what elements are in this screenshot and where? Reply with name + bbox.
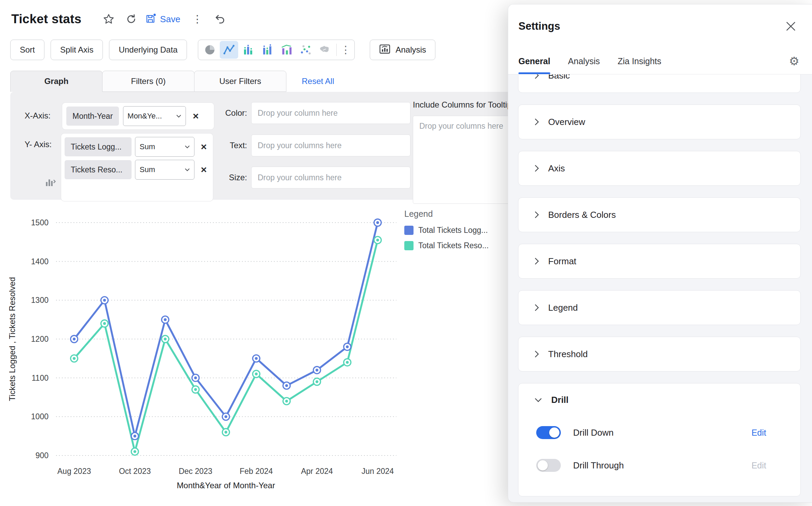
legend-item[interactable]: Total Tickets Logg... [404,226,503,235]
view-tabbar: Graph Filters (0) User Filters Reset All [10,71,334,92]
svg-text:1500: 1500 [31,218,49,227]
split-axis-button[interactable]: Split Axis [51,40,103,60]
remove-x-field-button[interactable]: × [190,111,202,121]
x-axis-label: X-Axis: [25,111,51,121]
analysis-label: Analysis [395,45,426,55]
text-drop-input[interactable]: Drop your columns here [251,135,410,156]
section-axis: Axis [518,151,801,186]
column-chart-icon[interactable] [258,41,276,59]
svg-text:Month&Year of Month-Year: Month&Year of Month-Year [177,481,275,490]
section-format: Format [518,244,801,279]
drill-through-toggle[interactable] [536,459,561,472]
settings-tab-general[interactable]: General [518,48,550,74]
line-chart-svg[interactable]: 900100011001200130014001500Aug 2023Oct 2… [0,204,434,505]
y-agg-select[interactable]: Sum [135,160,194,180]
favorite-star-icon[interactable] [100,11,117,27]
drill-down-row: Drill Down Edit [518,416,800,449]
chevron-right-icon [534,257,539,265]
chart-legend: Legend Total Tickets Logg... Total Ticke… [404,209,503,256]
y-field-chip[interactable]: Tickets Reso... [65,160,132,179]
svg-text:Apr 2024: Apr 2024 [301,467,333,476]
save-icon [146,13,157,25]
svg-text:Tickets Logged , Tickets Resol: Tickets Logged , Tickets Resolved [8,277,17,401]
chevron-right-icon [534,304,539,311]
svg-text:1400: 1400 [31,257,49,266]
scatter-chart-icon[interactable] [296,41,315,59]
legend-swatch [404,226,414,235]
chevron-down-icon [185,168,190,171]
color-drop-input[interactable]: Drop your column here [251,102,410,124]
save-label: Save [160,14,180,25]
section-drill: Drill Drill Down Edit Drill Through Edit [518,383,801,496]
tab-user-filters[interactable]: User Filters [194,71,286,92]
settings-title: Settings [518,20,783,32]
settings-panel: Settings General Analysis Zia Insights ⚙… [508,4,812,503]
undo-icon[interactable] [212,11,228,27]
map-chart-icon[interactable] [315,41,334,59]
analysis-icon [379,43,391,57]
drill-through-edit-link[interactable]: Edit [752,461,766,470]
sort-button[interactable]: Sort [10,40,44,60]
drill-down-toggle[interactable] [536,426,561,439]
section-threshold: Threshold [518,337,801,371]
size-label: Size: [206,173,247,182]
title-bar: Ticket stats Save ⋮ [11,8,234,30]
pie-chart-icon[interactable] [201,41,219,59]
svg-text:1300: 1300 [31,296,49,305]
svg-text:Dec 2023: Dec 2023 [179,467,212,476]
chevron-down-icon [185,145,190,149]
y-agg-select[interactable]: Sum [135,137,194,157]
page-title: Ticket stats [11,12,81,26]
settings-header: Settings [508,4,812,48]
drill-through-label: Drill Through [573,460,752,471]
mini-bar-chart-icon[interactable] [44,176,57,189]
more-options-icon[interactable]: ⋮ [189,11,206,27]
text-label: Text: [206,141,247,150]
line-chart-icon[interactable] [220,41,238,59]
settings-content: Basic Overview Axis Borders & Colors [508,74,812,502]
bar-chart-icon[interactable] [239,41,257,59]
svg-text:Aug 2023: Aug 2023 [57,467,91,476]
x-field-chip[interactable]: Month-Year [66,107,119,126]
settings-tab-zia-insights[interactable]: Zia Insights [618,48,661,74]
chevron-down-icon [534,398,542,402]
settings-tab-analysis[interactable]: Analysis [568,48,600,74]
chevron-right-icon [534,211,539,219]
y-axis-label: Y- Axis: [25,140,52,149]
save-button[interactable]: Save [146,13,180,25]
refresh-icon[interactable] [123,11,139,27]
svg-text:Feb 2024: Feb 2024 [240,467,273,476]
tab-graph[interactable]: Graph [10,71,103,92]
color-label: Color: [206,108,247,118]
combo-chart-icon[interactable] [277,41,296,59]
chart-toolbar: Sort Split Axis Underlying Data [10,40,435,60]
svg-text:900: 900 [36,451,49,460]
reset-all-link[interactable]: Reset All [302,71,334,92]
drill-down-edit-link[interactable]: Edit [752,428,766,438]
legend-item[interactable]: Total Tickets Reso... [404,241,503,250]
chevron-right-icon [534,118,539,126]
chevron-right-icon [534,165,539,172]
more-chart-types-icon[interactable]: ⋮ [339,41,352,59]
x-agg-select[interactable]: Mon&Ye... [123,106,186,126]
chevron-right-icon [534,74,539,79]
size-drop-input[interactable]: Drop your columns here [251,167,410,188]
chevron-right-icon [534,350,539,358]
analysis-button[interactable]: Analysis [370,40,435,60]
tab-filters[interactable]: Filters (0) [102,71,194,92]
settings-tabs: General Analysis Zia Insights ⚙ [508,48,812,74]
section-borders-colors: Borders & Colors [518,197,801,232]
toolbar-divider [336,44,337,56]
legend-title: Legend [404,209,503,219]
y-field-chip[interactable]: Tickets Logg... [65,137,132,156]
include-columns-label: Include Columns for Tooltip [413,100,512,110]
legend-swatch [404,241,414,250]
chart-type-group: ⋮ [198,40,355,60]
underlying-data-button[interactable]: Underlying Data [109,40,187,60]
gear-icon[interactable]: ⚙ [789,55,799,67]
svg-text:1100: 1100 [32,374,49,382]
close-icon[interactable] [783,18,799,34]
chevron-down-icon [176,114,181,118]
section-basic: Basic [518,74,801,93]
x-axis-field-pill: Month-Year Mon&Ye... × [62,103,214,129]
